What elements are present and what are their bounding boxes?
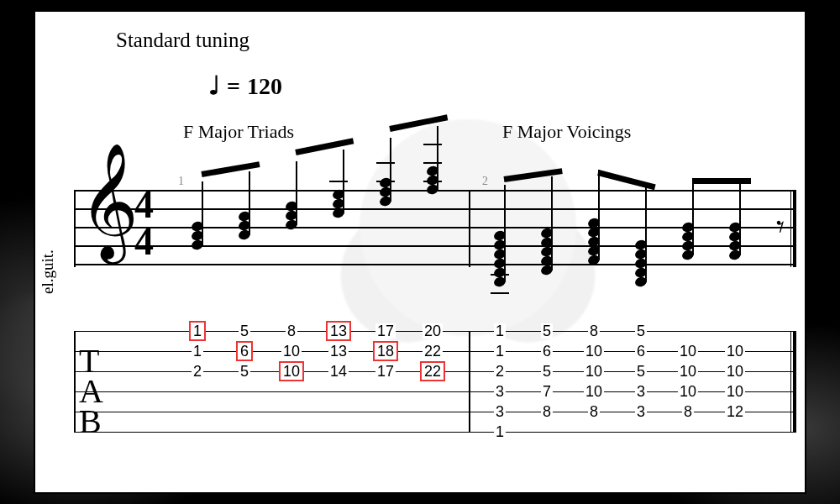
section-triads: F Major Triads — [183, 121, 294, 143]
tab-fret: 13 — [328, 344, 349, 359]
measure-number: 1 — [178, 175, 184, 188]
tab-fret: 1 — [494, 323, 506, 339]
tab-fret: 1 — [189, 321, 206, 341]
tab-fret: 12 — [725, 404, 745, 419]
tab-fret: 1 — [494, 344, 506, 359]
tab-fret: 5 — [635, 364, 647, 379]
tab-fret: 6 — [635, 344, 647, 359]
timesig-num: 4 — [134, 186, 154, 223]
tab-fret: 10 — [678, 344, 698, 359]
tab-fret: 8 — [682, 404, 694, 419]
tab-fret: 3 — [494, 384, 506, 399]
tab-fret: 5 — [239, 364, 250, 379]
tempo-marking: ♩ = 120 — [208, 71, 282, 100]
tab-fret: 20 — [423, 323, 443, 339]
tempo-equals: = — [227, 73, 240, 100]
timesig-den: 4 — [134, 223, 154, 260]
tab-fret: 22 — [423, 344, 443, 359]
time-signature: 4 4 — [134, 186, 154, 260]
tab-fret: 5 — [239, 323, 250, 339]
tab-fret: 3 — [635, 404, 647, 419]
tab-fret: 1 — [192, 344, 203, 359]
tab-fret: 18 — [373, 341, 398, 361]
tab-fret: 2 — [494, 364, 506, 379]
tab-fret: 1 — [494, 424, 506, 439]
tab-fret: 10 — [725, 384, 745, 399]
tab-fret: 8 — [588, 323, 600, 339]
tab-fret: 10 — [584, 364, 604, 379]
tab-fret: 10 — [281, 344, 302, 359]
beam — [295, 138, 354, 155]
tab-letter-b: B — [79, 402, 102, 441]
tab-fret: 8 — [286, 323, 297, 339]
tab-fret: 3 — [635, 384, 647, 399]
tab-fret: 2 — [192, 364, 203, 379]
tab-fret: 8 — [541, 404, 553, 419]
tab-fret: 22 — [420, 361, 445, 381]
beam — [201, 161, 260, 177]
tab-fret: 10 — [725, 364, 745, 379]
tab-fret: 10 — [279, 361, 304, 381]
tab-fret: 14 — [328, 364, 349, 379]
tab-fret: 13 — [326, 321, 351, 341]
score-sheet: Standard tuning ♩ = 120 F Major Triads F… — [34, 10, 806, 494]
tab-fret: 10 — [725, 344, 745, 359]
tab-fret: 8 — [588, 404, 600, 419]
tuning-label: Standard tuning — [116, 29, 249, 52]
staff: 𝄞 4 4 1 2 𝄾 — [74, 190, 796, 265]
beam — [389, 114, 448, 132]
treble-clef-icon: 𝄞 — [79, 156, 139, 247]
beam — [692, 178, 751, 184]
tab-fret: 6 — [541, 344, 553, 359]
tab-fret: 3 — [494, 404, 506, 419]
quarter-note-icon: ♩ — [208, 71, 220, 100]
tab-fret: 5 — [541, 364, 553, 379]
tab-fret: 10 — [584, 384, 604, 399]
tab-fret: 7 — [541, 384, 553, 399]
tab-fret: 10 — [678, 364, 698, 379]
section-voicings: F Major Voicings — [502, 121, 631, 143]
tablature: T A B 1125658101013131417181720222211233… — [74, 331, 796, 432]
beam — [504, 168, 563, 182]
tab-fret: 5 — [635, 323, 647, 339]
tab-fret: 6 — [236, 341, 253, 361]
instrument-label: el.guit. — [39, 249, 57, 294]
tab-fret: 17 — [375, 364, 396, 379]
tempo-bpm: 120 — [247, 73, 282, 100]
tab-fret: 5 — [541, 323, 553, 339]
measure-number: 2 — [482, 175, 488, 188]
tab-fret: 10 — [584, 344, 604, 359]
tab-fret: 17 — [375, 323, 396, 339]
beam — [597, 170, 656, 190]
tab-fret: 10 — [678, 384, 698, 399]
